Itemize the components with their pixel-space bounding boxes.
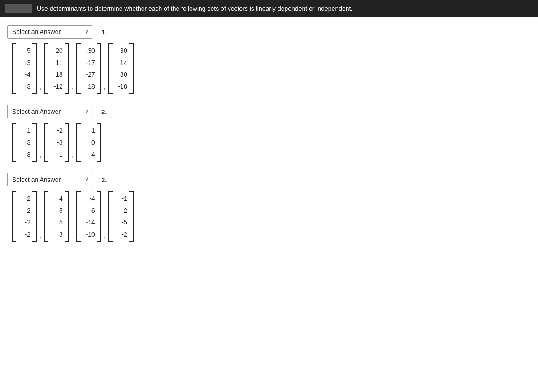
problem-number-3: 3. (101, 176, 107, 184)
matrix-2-1: -2-31 (44, 123, 69, 162)
matrix-col-2-2: 10-4 (76, 123, 101, 162)
answer-select-3[interactable]: Select an AnswerLinearly DependentLinear… (7, 173, 92, 186)
matrix-cell-3-3-2: -5 (115, 216, 127, 228)
matrix-col-3-1: 4553 (44, 191, 69, 242)
separator-3-0: , (39, 232, 41, 242)
matrix-cell-1-2-2: -27 (82, 69, 95, 81)
matrix-cell-2-0-2: 3 (18, 149, 30, 161)
select-wrapper-3: Select an AnswerLinearly DependentLinear… (7, 173, 92, 186)
matrix-cell-2-0-1: 3 (18, 137, 30, 149)
matrix-cell-1-1-0: 20 (50, 45, 63, 57)
matrix-3-3: -12-5-2 (108, 191, 134, 242)
matrix-cell-3-1-2: 5 (50, 216, 63, 228)
vector-group-3: 22-2-2,4553,-4-6-14-10,-12-5-2 (12, 191, 527, 242)
matrix-1-0: -5-3-43 (12, 43, 37, 94)
separator-1-2: , (104, 83, 106, 94)
matrix-cell-1-0-3: 3 (18, 81, 30, 93)
answer-row-1: Select an AnswerLinearly DependentLinear… (7, 25, 527, 39)
header-bar: Use determinants to determine whether ea… (0, 0, 538, 17)
separator-1-1: , (72, 83, 74, 94)
matrix-cell-2-1-1: -3 (50, 137, 63, 149)
header-instruction: Use determinants to determine whether ea… (37, 5, 352, 12)
matrix-col-1-0: -5-3-43 (12, 43, 37, 94)
matrix-3-2: -4-6-14-10 (76, 191, 101, 242)
matrix-3-1: 4553 (44, 191, 69, 242)
answer-select-2[interactable]: Select an AnswerLinearly DependentLinear… (7, 105, 92, 118)
problem-number-1: 1. (101, 28, 107, 36)
matrix-cell-3-1-1: 5 (50, 205, 63, 217)
matrix-col-1-2: -30-17-2718 (76, 43, 101, 94)
matrix-cell-3-3-0: -1 (115, 193, 127, 205)
matrix-cell-1-0-1: -3 (18, 57, 30, 69)
answer-select-1[interactable]: Select an AnswerLinearly DependentLinear… (7, 25, 92, 39)
logo (5, 4, 32, 13)
matrix-cell-1-3-2: 30 (115, 69, 127, 81)
matrix-cell-1-1-1: 11 (50, 57, 63, 69)
matrix-2-0: 133 (12, 123, 37, 162)
matrix-1-3: 301430-18 (108, 43, 134, 94)
select-wrapper-2: Select an AnswerLinearly DependentLinear… (7, 105, 92, 118)
matrix-cell-3-3-3: -2 (115, 228, 127, 241)
matrix-cell-1-2-1: -17 (82, 57, 95, 69)
problem-block-2: Select an AnswerLinearly DependentLinear… (7, 105, 527, 162)
matrix-cell-1-3-0: 30 (115, 45, 127, 57)
matrix-cell-3-0-3: -2 (18, 228, 30, 241)
problem-number-2: 2. (101, 108, 107, 116)
answer-row-2: Select an AnswerLinearly DependentLinear… (7, 105, 527, 118)
matrix-cell-1-1-3: -12 (50, 81, 63, 93)
matrix-1-1: 201118-12 (44, 43, 69, 94)
separator-2-1: , (72, 151, 74, 162)
matrix-cell-1-0-0: -5 (18, 45, 30, 57)
matrix-cell-3-2-1: -6 (82, 205, 95, 217)
separator-1-0: , (39, 83, 41, 94)
matrix-col-3-2: -4-6-14-10 (76, 191, 101, 242)
matrix-col-1-1: 201118-12 (44, 43, 69, 94)
matrix-cell-1-0-2: -4 (18, 69, 30, 81)
problem-block-3: Select an AnswerLinearly DependentLinear… (7, 173, 527, 242)
matrix-cell-2-2-0: 1 (82, 125, 95, 137)
matrix-cell-3-2-3: -10 (82, 228, 95, 241)
main-content: Select an AnswerLinearly DependentLinear… (0, 17, 538, 392)
matrix-cell-3-2-2: -14 (82, 216, 95, 228)
matrix-col-2-1: -2-31 (44, 123, 69, 162)
matrix-col-3-0: 22-2-2 (12, 191, 37, 242)
select-wrapper-1: Select an AnswerLinearly DependentLinear… (7, 25, 92, 39)
matrix-cell-3-0-2: -2 (18, 216, 30, 228)
separator-3-2: , (104, 232, 106, 242)
matrix-cell-3-0-1: 2 (18, 205, 30, 217)
matrix-cell-2-0-0: 1 (18, 125, 30, 137)
matrix-col-2-0: 133 (12, 123, 37, 162)
matrix-cell-2-1-0: -2 (50, 125, 63, 137)
matrix-col-3-3: -12-5-2 (108, 191, 134, 242)
problem-block-1: Select an AnswerLinearly DependentLinear… (7, 25, 527, 94)
matrix-cell-3-0-0: 2 (18, 193, 30, 205)
matrix-cell-1-2-3: 18 (82, 81, 95, 93)
matrix-2-2: 10-4 (76, 123, 101, 162)
matrix-cell-3-1-0: 4 (50, 193, 63, 205)
vector-group-2: 133,-2-31,10-4 (12, 123, 527, 162)
matrix-cell-2-1-2: 1 (50, 149, 63, 161)
matrix-3-0: 22-2-2 (12, 191, 37, 242)
matrix-cell-3-1-3: 3 (50, 228, 63, 241)
matrix-cell-1-2-0: -30 (82, 45, 95, 57)
matrix-cell-1-1-2: 18 (50, 69, 63, 81)
matrix-cell-1-3-1: 14 (115, 57, 127, 69)
matrix-1-2: -30-17-2718 (76, 43, 101, 94)
matrix-cell-2-2-2: -4 (82, 149, 95, 161)
matrix-cell-1-3-3: -18 (115, 81, 127, 93)
separator-2-0: , (39, 151, 41, 162)
matrix-cell-3-3-1: 2 (115, 205, 127, 217)
matrix-col-1-3: 301430-18 (108, 43, 134, 94)
vector-group-1: -5-3-43,201118-12,-30-17-2718,301430-18 (12, 43, 527, 94)
matrix-cell-2-2-1: 0 (82, 137, 95, 149)
separator-3-1: , (72, 232, 74, 242)
matrix-cell-3-2-0: -4 (82, 193, 95, 205)
answer-row-3: Select an AnswerLinearly DependentLinear… (7, 173, 527, 186)
